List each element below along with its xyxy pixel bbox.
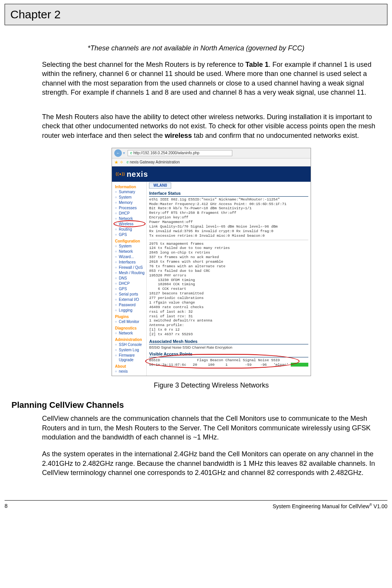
- sidebar-item-cfg-mesh[interactable]: Mesh / Routing: [115, 270, 145, 276]
- sidebar-heading-administration: Administration: [115, 338, 145, 342]
- add-fav-icon[interactable]: ✧: [120, 160, 123, 165]
- sidebar-item-cfg-logging[interactable]: Logging: [115, 308, 145, 313]
- sidebar-heading-configuration: Configuration: [115, 239, 145, 244]
- sidebar-heading-about: About: [115, 364, 145, 369]
- sidebar-item-ssh[interactable]: SSH Console: [115, 342, 145, 347]
- heading-assoc-mesh: Associated Mesh Nodes: [149, 339, 308, 344]
- browser-screenshot: ← ▾ e http://192.168.0.254:2000/wlaninfo…: [112, 148, 311, 376]
- url-bar[interactable]: e http://192.168.0.254:2000/wlaninfo.php: [128, 150, 232, 156]
- fcc-note: *These channels are not available in Nor…: [11, 44, 381, 52]
- wifi-icon: ((●)): [116, 172, 125, 176]
- page-footer: 8 System Engineering Manual for CellView…: [5, 500, 387, 509]
- sidebar-item-cfg-interfaces[interactable]: Interfaces: [115, 260, 145, 265]
- sidebar-item-diag-network[interactable]: Network: [115, 331, 145, 336]
- brand-bar: ((●)) nexis: [112, 166, 311, 182]
- interface-status-block: eth1 IEEE 802.11g ESSID:"nexis" Nickname…: [149, 197, 308, 238]
- footer-right: System Engineering Manual for CellView® …: [272, 503, 387, 509]
- wireless-tab-ref: wireless: [165, 132, 192, 139]
- registered-icon: ®: [369, 503, 372, 507]
- planning-p2: As the system operates in the internatio…: [42, 449, 381, 477]
- sidebar-item-gps[interactable]: GPS: [115, 232, 145, 237]
- sidebar-item-cfg-dhcp[interactable]: DHCP: [115, 281, 145, 286]
- sidebar-item-memory[interactable]: Memory: [115, 200, 145, 205]
- planning-p1: CellView channels are the communication …: [42, 414, 381, 442]
- sidebar-item-wireless[interactable]: Wireless: [115, 221, 145, 227]
- brand-name: nexis: [126, 170, 148, 179]
- sidebar-item-dhcp[interactable]: DHCP: [115, 211, 145, 216]
- sidebar-item-summary[interactable]: Summary: [115, 189, 145, 195]
- sidebar: Information Summary System Memory Proces…: [112, 182, 146, 376]
- footer-version: V1.00: [372, 503, 387, 509]
- sidebar-item-cfg-wizard[interactable]: Wizard...: [115, 254, 145, 260]
- sidebar-heading-information: Information: [115, 185, 145, 189]
- sidebar-item-firmware[interactable]: Firmware Upgrade: [115, 353, 145, 363]
- table1-ref: Table 1: [245, 61, 269, 68]
- dropdown-icon[interactable]: ▾: [123, 151, 125, 155]
- sidebar-item-cfg-password[interactable]: Password: [115, 302, 145, 308]
- p1-text-a: Selecting the best channel for the Mesh …: [42, 61, 245, 68]
- favorites-row: ★ ✧ e nexis Gateway Administration: [112, 158, 311, 166]
- figure-caption: Figure 3 Detecting Wireless Networks: [42, 381, 381, 389]
- sidebar-item-cfg-gps[interactable]: GPS: [115, 286, 145, 292]
- sidebar-item-about-nexis[interactable]: nexis: [115, 369, 145, 374]
- url-text: http://192.168.0.254:2000/wlaninfo.php: [133, 151, 199, 155]
- star-icon[interactable]: ★: [114, 160, 118, 165]
- sidebar-item-cfg-dns[interactable]: DNS: [115, 276, 145, 281]
- sidebar-item-cfg-firewall[interactable]: Firewall / QoS: [115, 265, 145, 270]
- sidebar-item-cfg-serial[interactable]: Serial ports: [115, 292, 145, 297]
- sidebar-item-cfg-external-io[interactable]: External I/O: [115, 297, 145, 302]
- tab-title: nexis Gateway Administration: [130, 160, 180, 164]
- browser-toolbar: ← ▾ e http://192.168.0.254:2000/wlaninfo…: [112, 148, 311, 158]
- sidebar-item-cfg-network[interactable]: Network: [115, 249, 145, 254]
- back-icon[interactable]: ←: [114, 149, 122, 157]
- page-number: 8: [5, 503, 8, 509]
- sidebar-item-cfg-system[interactable]: System: [115, 244, 145, 249]
- sidebar-heading-diagnostics: Diagnostics: [115, 326, 145, 331]
- heading-planning: Planning CellView Channels: [11, 400, 381, 410]
- chapter-title: Chapter 2: [10, 8, 61, 21]
- highlight-oval-wireless: [113, 220, 146, 227]
- sidebar-heading-plugins: Plugins: [115, 315, 145, 319]
- sidebar-item-processes[interactable]: Processes: [115, 205, 145, 211]
- tab-wlan0[interactable]: WLAN0: [149, 183, 171, 189]
- sidebar-item-cell-monitor[interactable]: Cell Monitor: [115, 319, 145, 325]
- sidebar-item-routing[interactable]: Routing: [115, 227, 145, 232]
- footer-product: System Engineering Manual for CellView: [272, 503, 369, 509]
- paragraph-channel-selection: Selecting the best channel for the Mesh …: [42, 60, 381, 97]
- assoc-columns: BSSID Signal Noise SSID Channel Rate Enc…: [149, 345, 308, 349]
- paragraph-detect-networks: The Mesh Routers also have the ability t…: [42, 112, 381, 140]
- sidebar-item-syslog[interactable]: System Log: [115, 347, 145, 353]
- p2-text-c: tab and confirm that no undocumented net…: [192, 132, 359, 139]
- main-panel: WLAN0 Interface Status eth1 IEEE 802.11g…: [146, 182, 311, 376]
- chapter-header: Chapter 2: [5, 4, 387, 25]
- highlight-oval-vap: [145, 354, 300, 368]
- sidebar-item-system[interactable]: System: [115, 195, 145, 200]
- stats-block: 2975 tx management frames 124 tx failed …: [149, 242, 308, 337]
- heading-interface-status: Interface Status: [149, 191, 308, 196]
